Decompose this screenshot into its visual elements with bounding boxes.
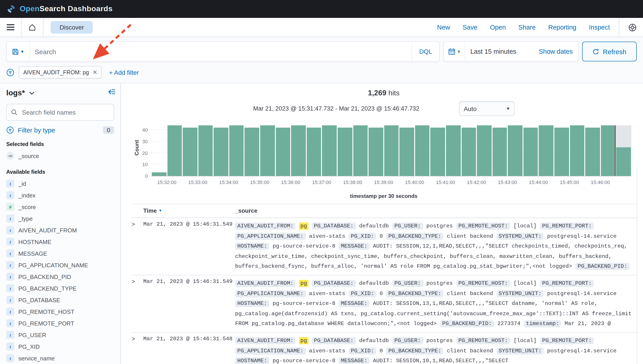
date-picker-calendar-button[interactable]: ▾: [444, 42, 465, 61]
histogram-bar-15:35:30[interactable]: [276, 128, 290, 176]
column-header-time[interactable]: Time ▼: [132, 207, 235, 214]
remove-filter-icon[interactable]: ✕: [92, 69, 98, 76]
x-tick-label: 15:36:00: [281, 180, 300, 185]
tab-discover[interactable]: Discover: [50, 21, 93, 34]
histogram-bar-15:40:30[interactable]: [430, 128, 445, 176]
histogram-bar-15:36:30[interactable]: [307, 128, 321, 176]
field-item-PG_BACKEND_PID[interactable]: tPG_BACKEND_PID: [6, 271, 114, 282]
histogram-bar-15:34:00[interactable]: [229, 125, 244, 176]
histogram-bar-15:43:00[interactable]: [508, 125, 522, 176]
hits-count: 1,269 hits: [130, 89, 638, 97]
nav-link-open[interactable]: Open: [490, 24, 506, 31]
field-item-_score[interactable]: #_score: [6, 201, 114, 213]
histogram-bar-15:38:30[interactable]: [368, 128, 383, 176]
histogram-bar-15:42:30[interactable]: [492, 128, 507, 176]
text-field-icon: t: [6, 342, 14, 350]
expand-row-icon[interactable]: >: [132, 336, 143, 364]
field-badge: PG_REMOTE_HOST:: [456, 222, 510, 230]
index-pattern-switcher[interactable]: [29, 91, 34, 95]
field-badge: SYSTEMD_UNIT:: [496, 347, 544, 354]
histogram-bar-15:34:30[interactable]: [245, 128, 259, 176]
field-badge: PG_XID:: [348, 347, 376, 354]
number-field-icon: #: [6, 203, 14, 211]
field-item-PG_APPLICATION_NAME[interactable]: tPG_APPLICATION_NAME: [6, 259, 114, 271]
field-badge: PG_XID:: [348, 232, 376, 240]
histogram-bar-15:45:00[interactable]: [570, 125, 584, 176]
field-item-PG_REMOTE_HOST[interactable]: tPG_REMOTE_HOST: [6, 306, 114, 318]
field-item-_type[interactable]: t_type: [6, 213, 114, 224]
row-source: AIVEN_AUDIT_FROM: pg PG_DATABASE: defaul…: [235, 278, 638, 329]
field-name: _type: [18, 215, 33, 222]
histogram-bar-15:33:00[interactable]: [198, 125, 213, 176]
collapse-sidebar-button[interactable]: [108, 89, 116, 95]
nav-link-inspect[interactable]: Inspect: [589, 24, 610, 31]
row-source: AIVEN_AUDIT_FROM: pg PG_DATABASE: defaul…: [235, 221, 638, 272]
brand[interactable]: OpenSearchDashboards: [6, 4, 112, 14]
nav-link-reporting[interactable]: Reporting: [548, 24, 576, 31]
field-item-MESSAGE[interactable]: tMESSAGE: [6, 248, 114, 259]
histogram-bar-15:41:30[interactable]: [462, 128, 476, 176]
histogram-bar-15:32:30[interactable]: [183, 128, 197, 176]
histogram-bar-15:46:00[interactable]: [601, 125, 616, 176]
field-badge: PG_REMOTE_PORT:: [540, 280, 594, 287]
field-item-AIVEN_AUDIT_FROM[interactable]: tAIVEN_AUDIT_FROM: [6, 224, 114, 236]
x-tick-label: 15:37:00: [312, 180, 331, 185]
field-item-_index[interactable]: t_index: [6, 190, 114, 201]
histogram-bar-15:38:00[interactable]: [353, 125, 368, 176]
field-item-_id[interactable]: t_id: [6, 178, 114, 190]
histogram-bar-15:44:00[interactable]: [539, 125, 554, 176]
histogram-bar-15:33:30[interactable]: [214, 128, 228, 176]
nav-link-share[interactable]: Share: [518, 24, 536, 31]
field-item-service_name[interactable]: tservice_name: [6, 352, 114, 364]
help-button[interactable]: [622, 23, 643, 32]
filter-menu-icon[interactable]: [6, 68, 14, 76]
histogram-bar-15:40:00[interactable]: [415, 125, 430, 176]
field-item-PG_XID[interactable]: tPG_XID: [6, 341, 114, 352]
interval-select[interactable]: Auto ▾: [459, 101, 514, 116]
histogram-bar-15:37:00[interactable]: [322, 125, 337, 176]
x-tick-label: 15:43:00: [498, 180, 517, 185]
histogram-bar-15:42:00[interactable]: [477, 125, 492, 176]
histogram-bar-15:39:00[interactable]: [384, 125, 398, 176]
add-filter-link[interactable]: + Add filter: [109, 69, 139, 76]
show-dates-link[interactable]: Show dates: [539, 48, 578, 55]
field-item-_source[interactable]: </>_source: [6, 150, 114, 162]
field-item-PG_REMOTE_PORT[interactable]: tPG_REMOTE_PORT: [6, 318, 114, 329]
nav-link-save[interactable]: Save: [462, 24, 477, 31]
menu-button[interactable]: [0, 18, 22, 37]
histogram-bar-15:36:00[interactable]: [291, 125, 306, 176]
search-input[interactable]: [29, 48, 412, 55]
expand-row-icon[interactable]: >: [132, 278, 143, 329]
histogram-bar-15:46:30[interactable]: [616, 147, 631, 176]
histogram-bar-15:37:30[interactable]: [338, 128, 352, 176]
column-header-source: _source: [235, 207, 258, 214]
home-button[interactable]: [22, 18, 44, 37]
histogram-bar-15:43:30[interactable]: [524, 128, 538, 176]
histogram-bar-15:31:30[interactable]: [152, 172, 166, 176]
filter-pill[interactable]: AIVEN_AUDIT_FROM: pg ✕: [19, 66, 102, 78]
filter-by-type-button[interactable]: Filter by type 0: [6, 126, 114, 134]
refresh-button[interactable]: Refresh: [582, 42, 637, 61]
histogram-bar-15:35:00[interactable]: [260, 125, 275, 176]
field-badge: PG_REMOTE_PORT:: [540, 222, 594, 230]
x-tick-label: 15:39:00: [374, 180, 393, 185]
histogram-bar-15:41:00[interactable]: [446, 125, 460, 176]
field-name: PG_USER: [18, 332, 46, 338]
saved-query-menu-button[interactable]: ▾: [7, 42, 29, 61]
histogram-bar-15:44:30[interactable]: [554, 128, 569, 176]
text-field-icon: t: [6, 238, 14, 246]
field-item-PG_USER[interactable]: tPG_USER: [6, 329, 114, 341]
x-tick-label: 15:32:00: [157, 180, 176, 185]
time-range-value[interactable]: Last 15 minutes: [465, 48, 516, 55]
nav-link-new[interactable]: New: [437, 24, 450, 31]
histogram-bar-15:45:30[interactable]: [585, 128, 600, 176]
histogram-bar-15:39:30[interactable]: [400, 128, 414, 176]
histogram-bar-15:32:00[interactable]: [167, 125, 182, 176]
field-search-input[interactable]: [21, 108, 109, 116]
field-item-HOSTNAME[interactable]: tHOSTNAME: [6, 236, 114, 248]
discover-main: 1,269 hits Mar 21, 2023 @ 15:31:47.732 -…: [121, 83, 643, 364]
field-item-PG_DATABASE[interactable]: tPG_DATABASE: [6, 294, 114, 306]
dql-language-button[interactable]: DQL: [412, 42, 439, 61]
expand-row-icon[interactable]: >: [132, 221, 143, 272]
field-item-PG_BACKEND_TYPE[interactable]: tPG_BACKEND_TYPE: [6, 282, 114, 294]
